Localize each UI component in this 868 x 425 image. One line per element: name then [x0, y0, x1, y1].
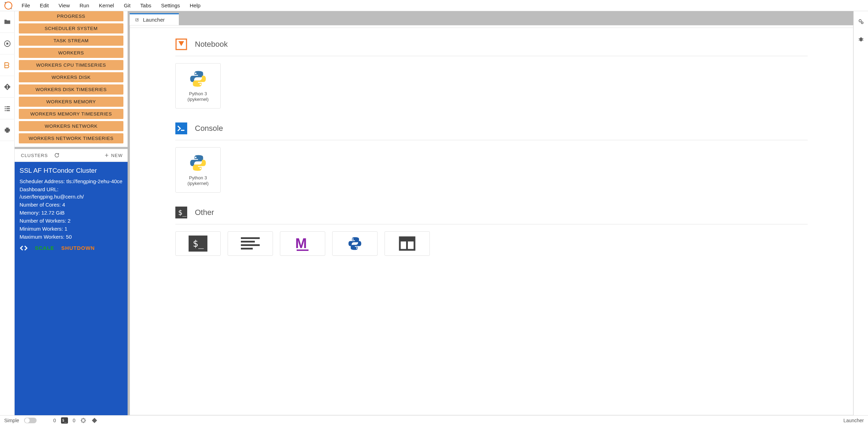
cluster-scheduler: Scheduler Address: tls://fengping-2ehu-4…	[20, 178, 123, 185]
svg-point-16	[200, 84, 201, 85]
svg-rect-11	[6, 108, 10, 109]
dask-btn-workers-network-timeseries[interactable]: WORKERS NETWORK TIMESERIES	[19, 133, 123, 143]
terminal-status-icon[interactable]: $_	[61, 417, 68, 424]
menu-edit[interactable]: Edit	[35, 1, 54, 10]
tab-label: Launcher	[143, 17, 165, 23]
svg-point-19	[195, 157, 197, 158]
menubar: File Edit View Run Kernel Git Tabs Setti…	[0, 0, 868, 11]
cluster-card[interactable]: SSL AF HTCondor Cluster Scheduler Addres…	[15, 162, 128, 415]
launcher-card-help[interactable]	[384, 231, 430, 256]
cluster-memory: Memory: 12.72 GiB	[20, 209, 123, 216]
git-icon	[3, 83, 11, 91]
right-rail	[853, 11, 868, 415]
terminal-icon: $_	[189, 236, 207, 252]
clusters-heading: CLUSTERS	[21, 153, 48, 158]
menu-help[interactable]: Help	[185, 1, 205, 10]
dask-btn-workers-memory[interactable]: WORKERS MEMORY	[19, 97, 123, 107]
menu-kernel[interactable]: Kernel	[94, 1, 119, 10]
clusters-header: CLUSTERS NEW	[15, 147, 128, 162]
cluster-dashboard: Dashboard URL: /user/fengping.hu@cern.ch…	[20, 186, 123, 200]
activity-dask[interactable]	[0, 54, 15, 76]
other-section-icon: $_	[175, 207, 187, 218]
menu-file[interactable]: File	[17, 1, 35, 10]
svg-rect-30	[297, 249, 309, 251]
new-cluster-label: NEW	[111, 153, 123, 158]
cluster-scale-button[interactable]: SCALE	[35, 244, 54, 252]
dask-btn-workers-memory-timeseries[interactable]: WORKERS MEMORY TIMESERIES	[19, 109, 123, 119]
launcher-card-label: Python 3 (ipykernel)	[188, 91, 209, 102]
svg-text:$_: $_	[178, 208, 187, 217]
dask-btn-workers-cpu-timeseries[interactable]: WORKERS CPU TIMESERIES	[19, 60, 123, 70]
menu-git[interactable]: Git	[119, 1, 135, 10]
svg-line-41	[859, 40, 860, 40]
kernel-status-icon[interactable]	[80, 417, 86, 424]
launcher-card-text[interactable]	[228, 231, 273, 256]
svg-point-31	[352, 238, 354, 240]
cluster-code-icon[interactable]	[20, 244, 28, 252]
folder-icon	[3, 18, 11, 26]
cluster-nworkers: Number of Workers: 2	[20, 217, 123, 224]
menu-view[interactable]: View	[54, 1, 75, 10]
tab-launcher[interactable]: Launcher	[130, 13, 179, 25]
stop-circle-icon	[3, 40, 11, 47]
svg-point-2	[11, 8, 12, 9]
refresh-icon[interactable]	[54, 152, 60, 158]
svg-rect-7	[7, 85, 7, 88]
svg-rect-17	[175, 122, 187, 134]
dask-btn-scheduler-system[interactable]: SCHEDULER SYSTEM	[19, 23, 123, 33]
bug-icon	[858, 36, 865, 43]
menu-tabs[interactable]: Tabs	[135, 1, 156, 10]
dask-btn-workers[interactable]: WORKERS	[19, 48, 123, 58]
svg-rect-9	[6, 106, 10, 107]
svg-point-15	[195, 73, 197, 74]
activity-files[interactable]	[0, 11, 15, 33]
notebook-section-title: Notebook	[195, 40, 228, 49]
simple-mode-toggle[interactable]	[24, 418, 37, 423]
notebook-section-icon	[175, 38, 187, 50]
svg-text:M: M	[295, 236, 307, 251]
dask-btn-progress[interactable]: PROGRESS	[19, 11, 123, 21]
cluster-shutdown-button[interactable]: SHUTDOWN	[61, 244, 95, 252]
jupyter-logo	[3, 1, 13, 10]
menu-run[interactable]: Run	[75, 1, 94, 10]
status-terminals-count: 0	[53, 418, 56, 423]
svg-rect-13	[6, 110, 10, 111]
launcher-card-label: Python 3 (ipykernel)	[188, 175, 209, 186]
dask-btn-task-stream[interactable]: TASK STREAM	[19, 36, 123, 46]
dask-btn-workers-disk[interactable]: WORKERS DISK	[19, 72, 123, 82]
dask-btn-workers-network[interactable]: WORKERS NETWORK	[19, 121, 123, 131]
text-file-icon	[241, 237, 260, 251]
svg-rect-27	[241, 244, 260, 246]
dask-icon	[3, 61, 11, 69]
other-section-title: Other	[195, 208, 214, 217]
main-area: Launcher Notebook	[130, 11, 853, 415]
python-icon	[189, 154, 207, 172]
svg-point-1	[5, 2, 6, 3]
console-section-title: Console	[195, 124, 223, 133]
property-inspector-button[interactable]	[858, 18, 865, 25]
git-status-icon[interactable]	[91, 417, 98, 424]
launch-icon	[135, 17, 139, 22]
svg-rect-18	[181, 130, 184, 131]
activity-bar	[0, 11, 15, 415]
dask-btn-workers-disk-timeseries[interactable]: WORKERS DISK TIMESERIES	[19, 84, 123, 95]
activity-git[interactable]	[0, 76, 15, 98]
launcher-card-markdown[interactable]: M	[280, 231, 325, 256]
svg-line-40	[862, 38, 863, 39]
launcher-card-python-file[interactable]	[332, 231, 378, 256]
console-section-icon	[175, 122, 187, 134]
left-panel: PROGRESS SCHEDULER SYSTEM TASK STREAM WO…	[15, 11, 130, 415]
activity-running[interactable]	[0, 33, 15, 54]
activity-extensions[interactable]	[0, 119, 15, 141]
debugger-button[interactable]	[858, 36, 865, 43]
launcher-card-terminal[interactable]: $_	[175, 231, 221, 256]
status-kernels-count: 0	[73, 418, 76, 423]
launcher-card-console-python3[interactable]: Python 3 (ipykernel)	[175, 147, 221, 193]
contextual-help-icon	[398, 236, 417, 251]
activity-toc[interactable]	[0, 98, 15, 119]
launcher-card-notebook-python3[interactable]: Python 3 (ipykernel)	[175, 63, 221, 109]
menu-settings[interactable]: Settings	[156, 1, 185, 10]
svg-rect-8	[5, 106, 6, 107]
svg-line-39	[859, 38, 860, 39]
new-cluster-button[interactable]: NEW	[104, 153, 123, 158]
